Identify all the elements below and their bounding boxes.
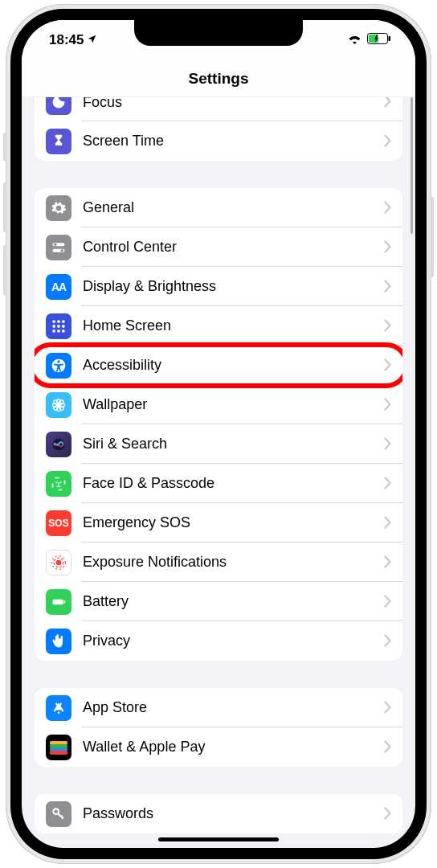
exposure-notifications-icon xyxy=(46,550,71,575)
home-indicator[interactable] xyxy=(158,837,279,841)
status-time: 18:45 xyxy=(49,32,84,48)
settings-row-screen-time[interactable]: Screen Time xyxy=(35,121,402,161)
settings-row-label: Home Screen xyxy=(71,317,384,334)
svg-rect-14 xyxy=(57,330,59,332)
svg-rect-13 xyxy=(53,330,55,332)
chevron-right-icon xyxy=(384,631,402,652)
svg-rect-12 xyxy=(62,325,64,327)
settings-row-control-center[interactable]: Control Center xyxy=(35,227,402,267)
svg-rect-41 xyxy=(50,751,67,755)
settings-row-wallpaper[interactable]: Wallpaper xyxy=(35,385,402,424)
settings-group: Passwords xyxy=(35,794,402,833)
settings-row-label: Control Center xyxy=(71,239,384,256)
settings-row-label: Focus xyxy=(71,97,384,111)
svg-rect-11 xyxy=(57,325,59,327)
settings-row-display-brightness[interactable]: AADisplay & Brightness xyxy=(35,267,402,306)
settings-row-label: Privacy xyxy=(71,633,384,649)
svg-rect-8 xyxy=(57,320,59,322)
settings-row-label: Passwords xyxy=(71,805,384,822)
svg-point-42 xyxy=(53,809,59,814)
settings-row-privacy[interactable]: Privacy xyxy=(35,621,402,661)
settings-row-home-screen[interactable]: Home Screen xyxy=(35,306,402,346)
settings-row-accessibility[interactable]: Accessibility xyxy=(35,346,402,385)
svg-point-36 xyxy=(58,711,60,714)
general-icon xyxy=(46,195,71,221)
control-center-icon xyxy=(46,235,71,260)
settings-row-label: Wallet & Apple Pay xyxy=(71,739,384,755)
settings-row-emergency-sos[interactable]: SOSEmergency SOS xyxy=(35,503,402,542)
power-button xyxy=(431,197,434,277)
notch xyxy=(134,20,303,46)
settings-row-battery[interactable]: Battery xyxy=(35,582,402,621)
chevron-right-icon xyxy=(384,513,402,534)
chevron-right-icon xyxy=(384,316,402,337)
wallet-apple-pay-icon xyxy=(46,735,71,760)
svg-point-17 xyxy=(57,360,59,362)
display-brightness-icon: AA xyxy=(46,274,71,300)
battery-icon xyxy=(367,32,391,48)
chevron-right-icon xyxy=(384,737,402,758)
settings-row-label: General xyxy=(71,199,384,216)
screen-time-icon xyxy=(46,129,71,154)
chevron-right-icon xyxy=(384,131,402,152)
nav-header: Settings xyxy=(22,60,415,97)
location-services-icon xyxy=(87,34,97,47)
settings-scroll-content[interactable]: FocusScreen TimeGeneralControl CenterAAD… xyxy=(22,97,415,848)
settings-group: FocusScreen Time xyxy=(35,97,402,161)
scroll-indicator[interactable] xyxy=(410,97,413,234)
chevron-right-icon xyxy=(384,434,402,455)
faceid-passcode-icon xyxy=(46,471,71,497)
volume-down-button xyxy=(3,245,6,295)
settings-row-label: Wallpaper xyxy=(71,396,384,413)
svg-rect-9 xyxy=(62,320,64,322)
settings-row-label: Exposure Notifications xyxy=(71,554,384,571)
settings-row-wallet-apple-pay[interactable]: Wallet & Apple Pay xyxy=(35,727,402,767)
screen: 18:45 xyxy=(22,20,415,848)
settings-row-app-store[interactable]: App Store xyxy=(35,688,402,727)
settings-row-focus[interactable]: Focus xyxy=(35,97,402,121)
svg-rect-34 xyxy=(53,599,63,604)
settings-row-label: Screen Time xyxy=(71,133,384,149)
settings-row-exposure-notifications[interactable]: Exposure Notifications xyxy=(35,542,402,582)
focus-icon xyxy=(46,97,71,115)
svg-point-29 xyxy=(56,481,58,483)
svg-point-31 xyxy=(56,559,62,565)
settings-group: GeneralControl CenterAADisplay & Brightn… xyxy=(35,188,402,661)
siri-search-icon xyxy=(46,432,71,457)
chevron-right-icon xyxy=(384,552,402,573)
phone-frame: 18:45 xyxy=(6,4,431,864)
settings-row-general[interactable]: General xyxy=(35,188,402,227)
accessibility-icon xyxy=(46,353,71,379)
settings-row-siri-search[interactable]: Siri & Search xyxy=(35,424,402,464)
svg-point-4 xyxy=(54,243,56,245)
settings-row-label: Face ID & Passcode xyxy=(71,475,384,492)
settings-row-label: Emergency SOS xyxy=(71,514,384,531)
volume-up-button xyxy=(3,182,6,232)
home-screen-icon xyxy=(46,313,71,339)
settings-row-passwords[interactable]: Passwords xyxy=(35,794,402,833)
svg-rect-35 xyxy=(64,600,66,603)
chevron-right-icon xyxy=(384,698,402,719)
svg-rect-1 xyxy=(389,36,391,41)
wallpaper-icon xyxy=(46,392,71,418)
emergency-sos-icon: SOS xyxy=(46,510,71,536)
settings-row-label: Siri & Search xyxy=(71,436,384,452)
phone-bezel: 18:45 xyxy=(10,9,427,859)
chevron-right-icon xyxy=(384,97,402,113)
settings-row-faceid-passcode[interactable]: Face ID & Passcode xyxy=(35,464,402,503)
settings-row-label: App Store xyxy=(71,699,384,716)
svg-point-30 xyxy=(60,481,62,483)
chevron-right-icon xyxy=(384,804,402,825)
settings-row-label: Battery xyxy=(71,593,384,610)
chevron-right-icon xyxy=(384,237,402,258)
chevron-right-icon xyxy=(384,355,402,376)
settings-row-label: Display & Brightness xyxy=(71,278,384,295)
chevron-right-icon xyxy=(384,592,402,612)
chevron-right-icon xyxy=(384,198,402,219)
mute-switch xyxy=(3,133,6,161)
svg-point-6 xyxy=(61,249,63,252)
svg-rect-10 xyxy=(53,325,55,327)
chevron-right-icon xyxy=(384,276,402,297)
wifi-icon xyxy=(347,32,362,48)
page-title: Settings xyxy=(189,70,249,88)
